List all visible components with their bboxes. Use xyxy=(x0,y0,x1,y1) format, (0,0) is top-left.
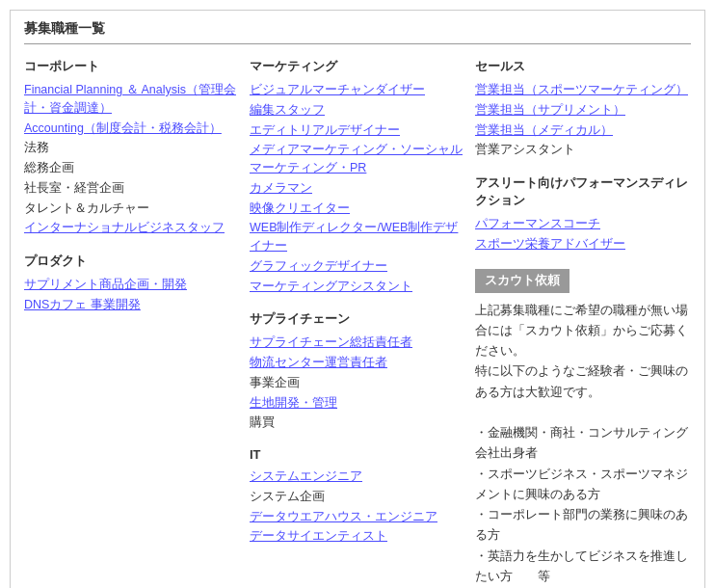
link-editorial-staff[interactable]: 編集スタッフ xyxy=(250,101,465,120)
column-2: マーケティング ビジュアルマーチャンダイザー 編集スタッフ エディトリアルデザイ… xyxy=(250,58,475,548)
link-sales-sports-marketing[interactable]: 営業担当（スポーツマーケティング） xyxy=(475,81,691,99)
page-title: 募集職種一覧 xyxy=(24,20,691,44)
link-visual-merchandiser[interactable]: ビジュアルマーチャンダイザー xyxy=(250,81,465,99)
link-accounting[interactable]: Accounting（制度会計・税務会計） xyxy=(24,120,240,138)
item-sales-assistant: 営業アシスタント xyxy=(475,141,691,159)
link-media-marketing[interactable]: メディアマーケティング・ソーシャルマーケティング・PR xyxy=(250,141,465,177)
item-business-planning: 事業企画 xyxy=(250,374,465,392)
link-international-biz[interactable]: インターナショナルビジネスタッフ xyxy=(24,219,240,237)
link-financial-planning[interactable]: Financial Planning ＆ Analysis（管理会計・資金調達） xyxy=(24,81,240,118)
section-title-product: プロダクト xyxy=(24,253,240,270)
item-general-affairs: 総務企画 xyxy=(24,159,240,177)
link-cameraman[interactable]: カメラマン xyxy=(250,179,465,198)
section-title-it: IT xyxy=(250,447,465,462)
link-data-warehouse-engineer[interactable]: データウエアハウス・エンジニア xyxy=(250,508,465,526)
item-president-office: 社長室・経営企画 xyxy=(24,179,240,198)
link-dns-cafe[interactable]: DNSカフェ 事業開発 xyxy=(24,296,240,314)
link-supplement-product[interactable]: サプリメント商品企画・開発 xyxy=(24,276,240,294)
link-video-creator[interactable]: 映像クリエイター xyxy=(250,200,465,218)
link-marketing-assistant[interactable]: マーケティングアシスタント xyxy=(250,278,465,296)
link-performance-coach[interactable]: パフォーマンスコーチ xyxy=(475,215,691,233)
link-sales-medical[interactable]: 営業担当（メディカル） xyxy=(475,121,691,140)
item-talent-culture: タレント＆カルチャー xyxy=(24,200,240,218)
link-graphic-designer[interactable]: グラフィックデザイナー xyxy=(250,257,465,276)
column-3: セールス 営業担当（スポーツマーケティング） 営業担当（サプリメント） 営業担当… xyxy=(475,58,691,587)
link-fabric-development[interactable]: 生地開発・管理 xyxy=(250,394,465,413)
section-title-marketing: マーケティング xyxy=(250,58,465,75)
section-title-athlete-performance: アスリート向けパフォーマンスディレクション xyxy=(475,174,691,209)
scout-text: 上記募集職種にご希望の職種が無い場合には「スカウト依頼」からご応募ください。 特… xyxy=(475,301,691,588)
link-editorial-designer[interactable]: エディトリアルデザイナー xyxy=(250,121,465,140)
item-system-planning: システム企画 xyxy=(250,488,465,506)
link-sales-supplement[interactable]: 営業担当（サプリメント） xyxy=(475,101,691,120)
link-system-engineer[interactable]: システムエンジニア xyxy=(250,468,465,486)
section-title-sales: セールス xyxy=(475,58,691,75)
main-columns: コーポレート Financial Planning ＆ Analysis（管理会… xyxy=(24,58,691,587)
link-supply-chain-head[interactable]: サプライチェーン総括責任者 xyxy=(250,334,465,352)
section-title-supply-chain: サプライチェーン xyxy=(250,310,465,328)
column-1: コーポレート Financial Planning ＆ Analysis（管理会… xyxy=(24,58,250,316)
scout-button[interactable]: スカウト依頼 xyxy=(475,269,569,293)
section-title-corporate: コーポレート xyxy=(24,58,240,75)
item-purchasing: 購買 xyxy=(250,414,465,432)
link-data-scientist[interactable]: データサイエンティスト xyxy=(250,527,465,546)
page-container: 募集職種一覧 コーポレート Financial Planning ＆ Analy… xyxy=(10,10,705,588)
link-web-director[interactable]: WEB制作ディレクター/WEB制作デザイナー xyxy=(250,219,465,255)
link-logistics-manager[interactable]: 物流センター運営責任者 xyxy=(250,354,465,372)
item-legal: 法務 xyxy=(24,139,240,157)
link-sports-nutrition-advisor[interactable]: スポーツ栄養アドバイザー xyxy=(475,235,691,254)
